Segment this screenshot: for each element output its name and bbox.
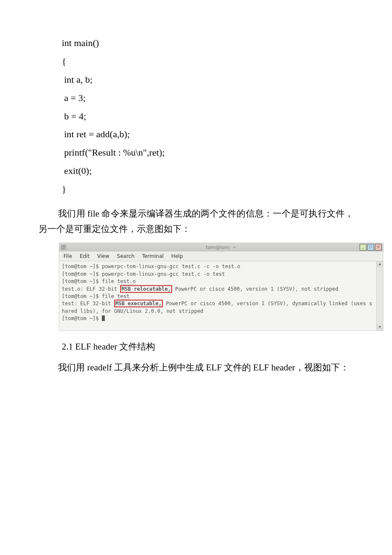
maximize-button[interactable]: □ <box>367 244 374 251</box>
term-line: [tom@tom ~]$ file <box>62 278 117 284</box>
file-arg: test <box>117 293 130 300</box>
terminal-screenshot: tom@tom: ~ _ □ × File Edit View Search T… <box>59 243 383 330</box>
terminal-area: [tom@tom ~]$ powerpc-tom-linux-gnu-gcc t… <box>59 261 383 330</box>
menu-view[interactable]: View <box>97 253 109 259</box>
window-buttons: _ □ × <box>360 244 382 251</box>
window-titlebar: tom@tom: ~ _ □ × <box>59 243 383 251</box>
file-arg: test.o <box>117 278 135 285</box>
menu-help[interactable]: Help <box>171 253 183 259</box>
code-block-main: int main() { int a, b; a = 3; b = 4; int… <box>62 34 354 199</box>
terminal-scrollbar[interactable]: ▴ ▾ <box>376 261 383 330</box>
terminal-menubar: File Edit View Search Terminal Help <box>59 251 383 261</box>
highlight-relocatable: MSB relocatable, <box>120 285 172 293</box>
menu-edit[interactable]: Edit <box>80 253 89 259</box>
term-line: [tom@tom ~]$ <box>62 315 102 321</box>
scroll-up-icon[interactable]: ▴ <box>377 261 383 267</box>
scroll-down-icon[interactable]: ▾ <box>377 324 383 330</box>
menu-terminal[interactable]: Terminal <box>142 253 164 259</box>
code-line: printf("Result : %u\n",ret); <box>62 144 354 162</box>
menu-file[interactable]: File <box>63 253 72 259</box>
window-title: tom@tom: ~ <box>59 245 383 250</box>
section-heading-elf-header: 2.1 ELF header 文件结构 <box>62 339 354 355</box>
code-line: exit(0); <box>62 162 354 180</box>
menu-search[interactable]: Search <box>117 253 134 259</box>
code-line: b = 4; <box>62 107 354 126</box>
terminal-output[interactable]: [tom@tom ~]$ powerpc-tom-linux-gnu-gcc t… <box>59 261 376 330</box>
term-line: [tom@tom ~]$ powerpc-tom-linux-gnu-gcc t… <box>62 263 240 269</box>
paragraph-file-command: 我们用 file 命令来显示编译器生成的两个文件的信息：一个是可执行文件，另一个… <box>38 206 354 237</box>
term-line: [tom@tom ~]$ powerpc-tom-linux-gnu-gcc t… <box>62 271 225 277</box>
paragraph-text: 我们用 readelf 工具来分析上例中生成 ELF 文件的 ELF heade… <box>58 362 349 373</box>
code-line: } <box>62 180 354 199</box>
paragraph-readelf: 我们用 readelf 工具来分析上例中生成 ELF 文件的 ELF heade… <box>38 360 354 376</box>
document-page: int main() { int a, b; a = 3; b = 4; int… <box>0 0 392 399</box>
minimize-button[interactable]: _ <box>360 244 366 251</box>
paragraph-text: 我们用 file 命令来显示编译器生成的两个文件的信息：一个是可执行文件，另一个… <box>38 208 354 234</box>
term-line: PowerPC or cisco 4500, version 1 (SYSV),… <box>172 286 338 292</box>
code-line: a = 3; <box>62 89 354 107</box>
term-line: test: ELF 32-bit <box>62 301 114 306</box>
code-line: int main() <box>62 34 354 52</box>
term-line: test.o: ELF 32-bit <box>62 286 120 292</box>
code-line: { <box>62 52 354 71</box>
code-line: int a, b; <box>62 71 354 89</box>
term-line: [tom@tom ~]$ file <box>62 293 117 299</box>
cursor-icon <box>102 315 105 321</box>
code-line: int ret = add(a,b); <box>62 125 354 144</box>
highlight-executable: MSB executable, <box>114 300 163 307</box>
close-button[interactable]: × <box>375 244 382 251</box>
